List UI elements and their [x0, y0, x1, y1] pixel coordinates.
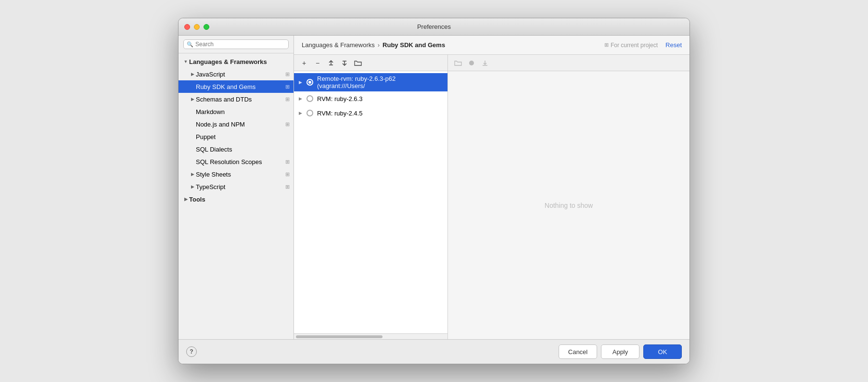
search-wrapper[interactable]: 🔍 [183, 39, 289, 49]
copy-icon: ⊞ [285, 71, 290, 77]
main-content: 🔍 ▼ Languages & Frameworks ▶ JavaScript … [179, 36, 689, 339]
copy-icon: ⊞ [285, 184, 290, 190]
copy-icon: ⊞ [285, 121, 290, 127]
search-input[interactable] [195, 41, 285, 48]
sidebar-item-label: Style Sheets [196, 171, 285, 178]
sidebar-item-puppet[interactable]: Puppet [179, 130, 294, 143]
sidebar-item-languages-frameworks[interactable]: ▼ Languages & Frameworks [179, 55, 294, 68]
gem-circle-button[interactable] [465, 58, 478, 68]
help-button[interactable]: ? [186, 346, 197, 357]
gem-toolbar [448, 55, 689, 71]
sidebar-item-label: Ruby SDK and Gems [196, 83, 285, 90]
circle-icon [468, 60, 475, 66]
minimize-button[interactable] [194, 24, 200, 30]
sidebar-item-label: SQL Dialects [196, 146, 290, 153]
sdk-toolbar: + − [294, 55, 447, 71]
chevron-right-icon: ▶ [189, 96, 196, 102]
titlebar: Preferences [179, 18, 689, 36]
chevron-right-icon: ▶ [189, 183, 196, 190]
sidebar-item-sql-resolution[interactable]: SQL Resolution Scopes ⊞ [179, 155, 294, 168]
sdk-radio[interactable] [306, 110, 313, 116]
sidebar-item-label: JavaScript [196, 71, 285, 78]
sidebar-item-label: TypeScript [196, 183, 285, 191]
move-down-icon [341, 60, 348, 66]
spacer-icon [189, 83, 196, 90]
folder-icon [354, 60, 362, 66]
sdk-item-rvm-263[interactable]: ▶ RVM: ruby-2.6.3 [294, 91, 447, 106]
gem-panel: Nothing to show [448, 55, 689, 339]
download-icon [482, 60, 488, 66]
breadcrumb-bar: Languages & Frameworks › Ruby SDK and Ge… [294, 36, 689, 55]
sidebar-item-label: Markdown [196, 108, 290, 115]
spacer-icon [189, 133, 196, 140]
sdk-item-remote-rvm[interactable]: ▶ Remote-rvm: ruby-2.6.3-p62 (vagrant://… [294, 73, 447, 91]
sdk-item-label: RVM: ruby-2.4.5 [317, 110, 362, 117]
sidebar-item-typescript[interactable]: ▶ TypeScript ⊞ [179, 180, 294, 193]
sidebar-item-tools[interactable]: ▶ Tools [179, 193, 294, 205]
apply-button[interactable]: Apply [601, 344, 639, 359]
sidebar-item-label: Puppet [196, 133, 290, 140]
sdk-item-label: RVM: ruby-2.6.3 [317, 95, 362, 102]
sidebar-item-label: Schemas and DTDs [196, 96, 285, 103]
chevron-right-icon: ▶ [189, 71, 196, 77]
breadcrumb-current: Ruby SDK and Gems [383, 41, 445, 49]
search-icon: 🔍 [187, 41, 193, 48]
sdk-list-panel: + − [294, 55, 448, 339]
nothing-to-show-label: Nothing to show [545, 202, 593, 209]
copy-icon: ⊞ [285, 84, 290, 90]
sidebar-item-javascript[interactable]: ▶ JavaScript ⊞ [179, 68, 294, 80]
sdk-radio[interactable] [306, 95, 313, 102]
move-up-icon [328, 60, 334, 66]
right-panel: Languages & Frameworks › Ruby SDK and Ge… [294, 36, 689, 339]
nothing-to-show: Nothing to show [448, 71, 689, 339]
cancel-button[interactable]: Cancel [559, 344, 597, 359]
close-button[interactable] [184, 24, 190, 30]
spacer-icon [189, 146, 196, 153]
search-bar: 🔍 [179, 36, 294, 53]
sidebar-item-markdown[interactable]: Markdown [179, 105, 294, 118]
chevron-right-icon: ▶ [182, 196, 189, 203]
project-icon: ⊞ [604, 42, 609, 48]
spacer-icon [189, 158, 196, 165]
copy-icon: ⊞ [285, 159, 290, 165]
sidebar-item-nodejs[interactable]: Node.js and NPM ⊞ [179, 118, 294, 130]
gem-download-button[interactable] [479, 58, 491, 68]
move-down-button[interactable] [338, 58, 351, 68]
reset-button[interactable]: Reset [665, 41, 682, 49]
sidebar-item-label: Languages & Frameworks [189, 58, 290, 65]
move-up-button[interactable] [325, 58, 337, 68]
sidebar-item-style-sheets[interactable]: ▶ Style Sheets ⊞ [179, 168, 294, 180]
gem-folder-button[interactable] [452, 58, 464, 68]
maximize-button[interactable] [204, 24, 209, 30]
spacer-icon [189, 108, 196, 115]
copy-icon: ⊞ [285, 96, 290, 102]
window-title: Preferences [417, 23, 451, 30]
add-sdk-button[interactable]: + [298, 58, 310, 68]
svg-point-4 [469, 61, 474, 65]
copy-icon: ⊞ [285, 171, 290, 178]
sdk-item-label: Remote-rvm: ruby-2.6.3-p62 (vagrant:///U… [317, 75, 443, 89]
ok-button[interactable]: OK [643, 344, 682, 359]
spacer-icon [189, 121, 196, 127]
sdk-item-rvm-245[interactable]: ▶ RVM: ruby-2.4.5 [294, 106, 447, 120]
sidebar-item-label: Tools [189, 196, 290, 203]
sidebar-item-schemas-dtds[interactable]: ▶ Schemas and DTDs ⊞ [179, 93, 294, 105]
remove-sdk-button[interactable]: − [311, 58, 324, 68]
for-project-label: For current project [611, 42, 658, 49]
open-folder-button[interactable] [352, 58, 364, 68]
preferences-window: Preferences 🔍 ▼ Languages & Frameworks ▶ [178, 18, 690, 364]
sdk-scrollbar-thumb[interactable] [296, 335, 383, 338]
chevron-right-icon: ▶ [299, 80, 306, 85]
sdk-list: ▶ Remote-rvm: ruby-2.6.3-p62 (vagrant://… [294, 71, 447, 333]
sidebar-item-ruby-sdk[interactable]: Ruby SDK and Gems ⊞ [179, 80, 294, 93]
sdk-radio-active[interactable] [306, 79, 313, 86]
sidebar-item-sql-dialects[interactable]: SQL Dialects [179, 143, 294, 155]
sidebar-tree: ▼ Languages & Frameworks ▶ JavaScript ⊞ … [179, 53, 294, 339]
breadcrumb-separator: › [378, 41, 380, 49]
chevron-right-icon: ▶ [189, 171, 196, 178]
bottom-bar: ? Cancel Apply OK [179, 339, 689, 364]
sdk-scrollbar[interactable] [294, 333, 447, 339]
sidebar-item-label: Node.js and NPM [196, 121, 285, 128]
chevron-right-icon: ▶ [299, 111, 306, 115]
breadcrumb-right: ⊞ For current project Reset [604, 41, 682, 49]
